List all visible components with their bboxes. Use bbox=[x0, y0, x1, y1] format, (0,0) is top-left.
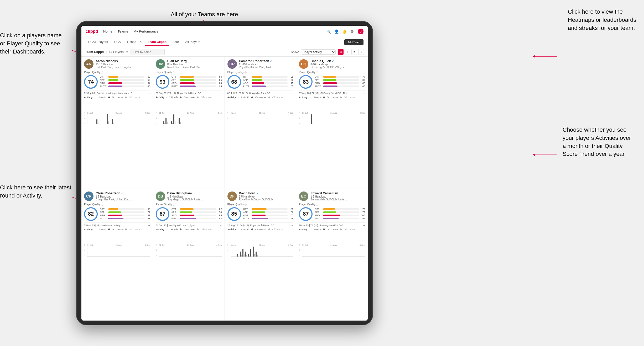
stat-ott: OTT 82 bbox=[172, 208, 222, 210]
pq-section[interactable]: 93 OTT 84 APP 85 ARG 88 PUT bbox=[156, 75, 222, 89]
pq-label: Player Quality ⓘ bbox=[156, 71, 222, 74]
on-course-label: On course bbox=[327, 228, 338, 231]
latest-round[interactable]: 04 Sep 23 | Mobility with coach, Gym → bbox=[156, 222, 222, 227]
user-icon[interactable]: 👤 bbox=[334, 29, 339, 34]
player-club: Royal Perth Golf Club, Australia bbox=[239, 66, 276, 69]
activity-period[interactable]: 1 Month bbox=[169, 228, 178, 231]
avatar-icon[interactable]: U bbox=[358, 29, 363, 34]
add-team-button[interactable]: Add Team bbox=[344, 39, 363, 45]
edit-icon[interactable]: ✏ bbox=[126, 50, 128, 54]
team-name-label: Team Clippd bbox=[85, 50, 104, 54]
info-button[interactable]: ℹ bbox=[358, 49, 364, 55]
pq-label: Player Quality ⓘ bbox=[227, 203, 294, 206]
player-name[interactable]: Edward Crossman bbox=[310, 191, 365, 195]
off-course-dot bbox=[197, 97, 199, 98]
on-course-label: On course bbox=[184, 228, 195, 231]
search-input[interactable] bbox=[131, 49, 165, 55]
latest-round[interactable]: 26 Aug 23 | 84 (+12), Royal North Devon … bbox=[227, 222, 294, 227]
latest-round[interactable]: 26 Aug 23 | 73 (+1), Royal North Devon G… bbox=[156, 90, 222, 94]
off-course-label: Off course bbox=[344, 228, 355, 231]
on-course-dot bbox=[251, 97, 253, 98]
player-card[interactable]: CR Chris Robertson ✓ 1-5 Handicap Craigm… bbox=[81, 189, 153, 321]
on-course-label: On course bbox=[112, 228, 123, 231]
off-course-dot bbox=[268, 97, 270, 98]
activity-period[interactable]: 1 Month bbox=[97, 228, 106, 231]
quality-score[interactable]: 85 bbox=[227, 207, 241, 221]
tab-team-clippd[interactable]: Team Clippd bbox=[145, 39, 169, 46]
player-name[interactable]: David Ford ✓ bbox=[239, 191, 294, 195]
activity-chart: 6 4 2 bbox=[227, 112, 294, 127]
activity-period[interactable]: 1 Month bbox=[97, 96, 106, 99]
quality-score[interactable]: 74 bbox=[84, 75, 98, 89]
list-view-button[interactable]: ≡ bbox=[345, 49, 350, 55]
quality-score[interactable]: 87 bbox=[156, 207, 169, 221]
player-handicap: 11-15 Handicap bbox=[96, 63, 150, 66]
player-name[interactable]: Cameron Robertson ✓ bbox=[239, 59, 294, 63]
tab-pgat[interactable]: PGAT Players bbox=[86, 39, 111, 46]
settings-icon[interactable]: ⚙ bbox=[350, 29, 355, 34]
player-name[interactable]: Charlie Quick ✓ bbox=[310, 59, 365, 63]
filter-button[interactable]: ▼ bbox=[351, 49, 357, 55]
player-card[interactable]: DB Dave Billingham 1-5 Handicap Sog Magi… bbox=[153, 189, 225, 321]
player-name[interactable]: Blair McHarg bbox=[167, 59, 222, 63]
player-card[interactable]: BM Blair McHarg Plus Handicap Royal Nort… bbox=[153, 57, 225, 189]
player-card[interactable]: CR Cameron Robertson ✓ 11-15 Handicap Ro… bbox=[225, 57, 296, 189]
quality-score[interactable]: 93 bbox=[156, 75, 169, 89]
annotation-top-left: Click on a players name or Player Qualit… bbox=[0, 31, 74, 56]
latest-round[interactable]: 18 Jul 23 | 74 (+4), Sunningdale GC - Ol… bbox=[299, 222, 365, 227]
player-card[interactable]: CQ Charlie Quick ✓ 6-10 Handicap St. Geo… bbox=[296, 57, 368, 189]
stat-app: APP 79 bbox=[315, 211, 365, 214]
sub-tabs: PGAT Players PGA Hcaps 1-5 Team Clippd T… bbox=[81, 37, 368, 47]
player-header: CQ Charlie Quick ✓ 6-10 Handicap St. Geo… bbox=[299, 59, 365, 69]
annotation-bottom-left: Click here to see their latest round or … bbox=[0, 184, 74, 200]
pq-section[interactable]: 87 OTT 73 APP 79 ARG 103 PU bbox=[299, 207, 365, 221]
tab-tour[interactable]: Tour bbox=[170, 39, 181, 46]
pq-section[interactable]: 74 OTT 60 APP 58 ARG 84 PUT bbox=[84, 75, 150, 89]
activity-chart: 6 4 2 bbox=[156, 112, 222, 127]
bell-icon[interactable]: 🔔 bbox=[342, 29, 347, 34]
latest-round[interactable]: 02 Jul 23 | 59 (+17), Craigmillar Park G… bbox=[227, 90, 294, 94]
latest-round[interactable]: 02 Sep 23 | Sunset round to get back int… bbox=[84, 90, 150, 94]
player-header: EC Edward Crossman 1-5 Handicap Sunningd… bbox=[299, 191, 365, 201]
pq-section[interactable]: 87 OTT 82 APP 74 ARG 85 PUT bbox=[156, 207, 222, 221]
stat-app: APP 63 bbox=[243, 79, 294, 81]
stat-putt: PUTT 91 bbox=[100, 217, 150, 220]
activity-period[interactable]: 1 Month bbox=[312, 228, 321, 231]
latest-round[interactable]: 07 Aug 23 | 77 (+7), St George's Hill GC… bbox=[299, 90, 365, 94]
latest-round[interactable]: 03 Mar 23 | 19, Must make putting → bbox=[84, 222, 150, 227]
grid-view-button[interactable]: ⊞ bbox=[338, 49, 344, 55]
ipad-frame: clippd Home Teams My Performance 🔍 👤 🔔 ⚙… bbox=[76, 21, 373, 325]
tab-all-players[interactable]: All Players bbox=[183, 39, 203, 46]
on-course-dot bbox=[323, 97, 325, 98]
view-buttons: ⊞ ≡ ▼ ℹ bbox=[338, 49, 364, 55]
activity-period[interactable]: 1 Month bbox=[312, 96, 321, 99]
pq-section[interactable]: 83 OTT 77 APP 80 ARG 83 PUT bbox=[299, 75, 365, 89]
player-card[interactable]: EC Edward Crossman 1-5 Handicap Sunningd… bbox=[296, 189, 368, 321]
pq-label: Player Quality ⓘ bbox=[156, 203, 222, 206]
player-avatar: CQ bbox=[299, 59, 308, 69]
quality-score[interactable]: 82 bbox=[84, 207, 98, 221]
player-name[interactable]: Aaron Nicholls bbox=[96, 59, 150, 63]
quality-score[interactable]: 87 bbox=[299, 207, 313, 221]
tab-hcaps[interactable]: Hcaps 1-5 bbox=[124, 39, 144, 46]
quality-score[interactable]: 68 bbox=[227, 75, 241, 89]
pq-section[interactable]: 82 OTT 60 APP 77 ARG 81 PUT bbox=[84, 207, 150, 221]
show-select[interactable]: Player Activity Quality Score Trend bbox=[301, 49, 336, 55]
nav-my-performance[interactable]: My Performance bbox=[133, 29, 158, 33]
nav-teams[interactable]: Teams bbox=[118, 29, 128, 33]
player-name[interactable]: Chris Robertson ✓ bbox=[96, 191, 150, 195]
activity-period[interactable]: 1 Month bbox=[241, 96, 250, 99]
verified-icon: ✓ bbox=[270, 60, 272, 63]
player-name[interactable]: Dave Billingham bbox=[167, 191, 222, 195]
activity-period[interactable]: 1 Month bbox=[169, 96, 178, 99]
off-course-dot bbox=[340, 97, 342, 98]
activity-period[interactable]: 1 Month bbox=[241, 228, 250, 231]
pq-section[interactable]: 85 OTT 89 APP 80 ARG 83 PUT bbox=[227, 207, 294, 221]
player-card[interactable]: AN Aaron Nicholls 11-15 Handicap Drift G… bbox=[81, 57, 153, 189]
tab-pga[interactable]: PGA bbox=[112, 39, 123, 46]
nav-home[interactable]: Home bbox=[103, 29, 112, 33]
player-card[interactable]: DF David Ford ✓ 1-5 Handicap Royal North… bbox=[225, 189, 296, 321]
quality-score[interactable]: 83 bbox=[299, 75, 313, 89]
pq-section[interactable]: 68 OTT 61 APP 63 ARG 75 PUT bbox=[227, 75, 294, 89]
search-icon[interactable]: 🔍 bbox=[326, 29, 331, 34]
